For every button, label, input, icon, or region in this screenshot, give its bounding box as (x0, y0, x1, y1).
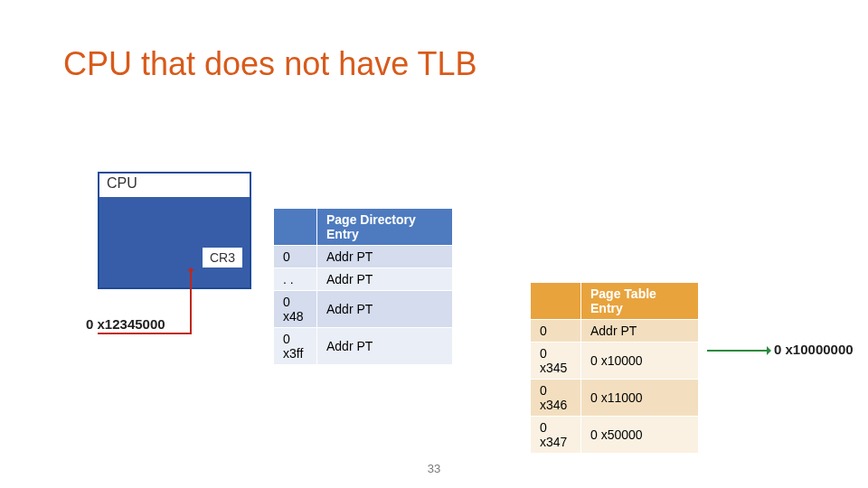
page-table-entry-table: Page Table Entry 0Addr PT 0 x3450 x10000… (530, 282, 699, 454)
pde-val: Addr PT (317, 246, 453, 268)
pde-val: Addr PT (317, 291, 453, 328)
pde-idx: 0 x3ff (274, 328, 317, 365)
pte-idx: 0 x346 (531, 380, 581, 417)
pte-idx: 0 (531, 320, 581, 343)
slide-title: CPU that does not have TLB (63, 45, 477, 83)
pte-idx: 0 x347 (531, 417, 581, 454)
pde-header-blank (274, 209, 317, 246)
pte-val: 0 x50000 (581, 417, 699, 454)
table-row: 0 x3470 x50000 (531, 417, 699, 454)
pde-idx: . . (274, 268, 317, 291)
pte-val: 0 x11000 (581, 380, 699, 417)
pte-idx: 0 x345 (531, 343, 581, 380)
pte-val: Addr PT (581, 320, 699, 343)
pte-header: Page Table Entry (581, 283, 699, 320)
table-row: 0 x3ffAddr PT (274, 328, 453, 365)
pde-val: Addr PT (317, 268, 453, 291)
table-row: 0 x3450 x10000 (531, 343, 699, 380)
pte-val: 0 x10000 (581, 343, 699, 380)
pde-idx: 0 x48 (274, 291, 317, 328)
cr3-pointer-line (190, 269, 192, 334)
table-row: . .Addr PT (274, 268, 453, 291)
pde-header: Page Directory Entry (317, 209, 453, 246)
pte-header-blank (531, 283, 581, 320)
page-directory-table: Page Directory Entry 0Addr PT . .Addr PT… (273, 208, 453, 365)
cr3-value: 0 x12345000 (86, 316, 165, 332)
table-row: 0Addr PT (531, 320, 699, 343)
cr3-horizontal-line (98, 333, 192, 334)
table-row: 0 x3460 x11000 (531, 380, 699, 417)
slide-number: 33 (428, 462, 440, 475)
table-row: 0Addr PT (274, 246, 453, 268)
result-arrow (707, 350, 769, 352)
physical-address-result: 0 x10000000 (774, 342, 854, 357)
pde-val: Addr PT (317, 328, 453, 365)
cpu-label: CPU (99, 174, 250, 197)
table-row: 0 x48Addr PT (274, 291, 453, 328)
cpu-box: CPU CR3 (98, 172, 251, 289)
cr3-register: CR3 (203, 248, 242, 267)
pde-idx: 0 (274, 246, 317, 268)
